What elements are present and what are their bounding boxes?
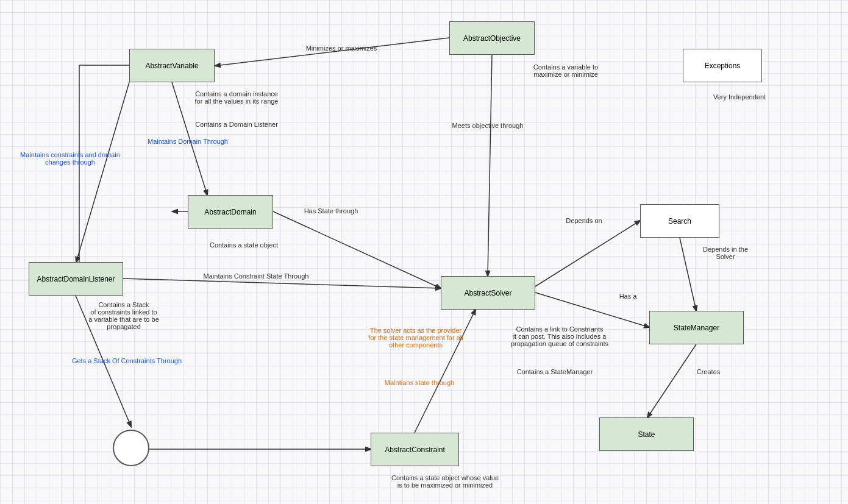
- label-maintains-constraint-state: Maintains Constraint State Through: [189, 272, 323, 280]
- label-very-independent: Very Independent: [700, 93, 779, 101]
- svg-line-5: [123, 279, 441, 288]
- label-contains-variable: Contains a variable tomaximize or minimi…: [517, 63, 615, 78]
- label-meets-objective: Meets objective through: [439, 122, 536, 129]
- label-maintains-domain: Maintains Domain Through: [133, 138, 243, 145]
- label-contains-domain-listener: Contains a Domain Listener: [182, 121, 291, 128]
- label-contains-domain-instance: Contains a domain instancefor all the va…: [182, 90, 291, 105]
- search-node[interactable]: Search: [640, 204, 719, 238]
- abstract-variable-node[interactable]: AbstractVariable: [129, 49, 215, 82]
- label-contains-state-constraint: Contains a state object whose valueis to…: [378, 474, 512, 489]
- label-solver-provider: The solver acts as the providerfor the s…: [361, 327, 471, 349]
- circle-node: [113, 430, 149, 466]
- label-depends-solver: Depends in theSolver: [689, 246, 762, 260]
- label-maintains-constraints: Maintains constraints and domainchanges …: [18, 151, 122, 166]
- abstract-constraint-node[interactable]: AbstractConstraint: [371, 433, 459, 466]
- abstract-domain-node[interactable]: AbstractDomain: [188, 195, 273, 229]
- label-contains-stack: Contains a Stackof constraints linked to…: [72, 301, 176, 330]
- label-minimizes: Minimizes or maximizes: [287, 44, 396, 52]
- svg-line-11: [647, 344, 696, 417]
- diagram-canvas: AbstractObjective AbstractVariable Abstr…: [0, 0, 848, 504]
- label-gets-stack: Gets a Stack Of Constraints Through: [66, 357, 188, 364]
- svg-line-3: [76, 82, 129, 262]
- label-contains-state-manager: Contains a StateManager: [500, 368, 610, 375]
- state-node[interactable]: State: [599, 417, 694, 451]
- state-manager-node[interactable]: StateManager: [649, 311, 744, 344]
- abstract-objective-node[interactable]: AbstractObjective: [449, 21, 535, 55]
- svg-line-1: [488, 55, 492, 276]
- label-contains-state: Contains a state object: [195, 241, 293, 249]
- label-maintains-state: Maintians state through: [371, 379, 468, 386]
- label-contains-link: Contains a link to Constriantsit can pos…: [499, 325, 621, 347]
- label-has-a: Has a: [610, 293, 646, 300]
- svg-line-8: [535, 221, 640, 286]
- abstract-domain-listener-node[interactable]: AbstractDomainListener: [29, 262, 123, 296]
- exceptions-node[interactable]: Exceptions: [683, 49, 762, 82]
- svg-line-0: [215, 38, 449, 66]
- label-depends-on: Depends on: [544, 217, 624, 224]
- label-has-state: Has State through: [285, 207, 377, 215]
- abstract-solver-node[interactable]: AbstractSolver: [441, 276, 535, 310]
- label-creates: Creates: [684, 368, 733, 375]
